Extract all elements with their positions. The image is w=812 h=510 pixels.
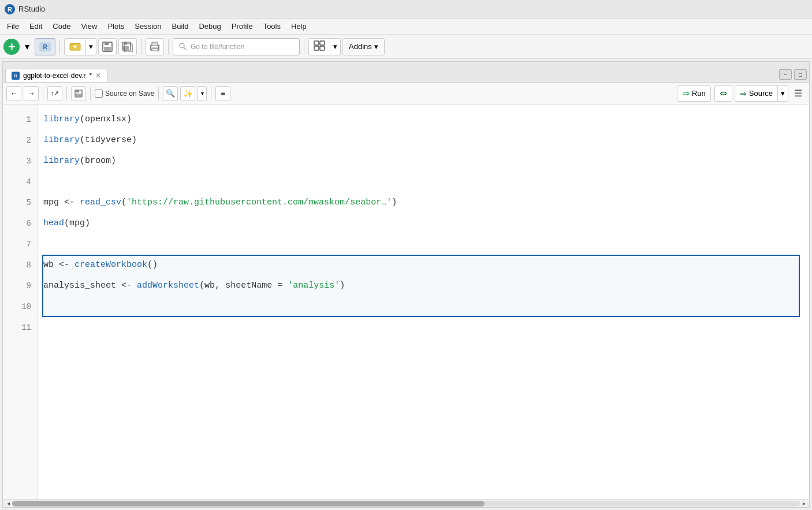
line-num-5: 5 xyxy=(3,192,37,213)
maximize-editor-button[interactable]: □ xyxy=(794,69,807,80)
svg-rect-20 xyxy=(320,46,325,50)
code-line-2[interactable]: library(tidyverse) xyxy=(38,130,809,151)
outline-button[interactable]: ≡ xyxy=(215,86,230,101)
source-button[interactable]: ⇒ Source ▾ xyxy=(735,85,788,102)
app-title: RStudio xyxy=(18,5,45,13)
source-dropdown-arrow[interactable]: ▾ xyxy=(777,86,788,101)
r-file-icon: R xyxy=(12,72,20,80)
editor-tab-active[interactable]: R ggplot-to-excel-dev.r * ✕ xyxy=(5,69,107,82)
code-line-10[interactable] xyxy=(38,296,809,317)
show-in-files-button[interactable]: ↑↗ xyxy=(47,86,62,101)
line-num-6: 6 xyxy=(3,213,37,234)
editor-container: R ggplot-to-excel-dev.r * ✕ − □ ← → ↑↗ S… xyxy=(2,61,810,508)
svg-rect-14 xyxy=(152,50,156,50)
title-bar: R RStudio xyxy=(0,0,812,18)
menu-debug[interactable]: Debug xyxy=(194,21,225,32)
svg-rect-12 xyxy=(152,48,158,51)
menu-file[interactable]: File xyxy=(2,21,24,32)
r-package-button[interactable]: R xyxy=(35,38,55,55)
layout-button[interactable]: ▾ xyxy=(308,38,341,55)
menu-code[interactable]: Code xyxy=(48,21,75,32)
rerun-button[interactable]: ⇔ xyxy=(714,85,732,102)
horizontal-scrollbar[interactable]: ◂ ▸ xyxy=(3,499,809,507)
save-button[interactable] xyxy=(98,38,117,55)
source-on-save-group: Source on Save xyxy=(95,90,154,98)
menu-session[interactable]: Session xyxy=(130,21,166,32)
hamburger-menu-button[interactable]: ☰ xyxy=(791,86,806,101)
et-sep-3 xyxy=(90,87,91,100)
et-sep-1 xyxy=(43,87,43,100)
forward-button[interactable]: → xyxy=(24,86,39,101)
line-num-2: 2 xyxy=(3,130,37,151)
source-on-save-label: Source on Save xyxy=(105,90,154,98)
open-file-button[interactable]: ▾ xyxy=(64,38,96,55)
et-sep-2 xyxy=(66,87,67,100)
svg-rect-11 xyxy=(152,42,158,46)
source-on-save-checkbox[interactable] xyxy=(95,90,103,98)
toolbar-sep-2 xyxy=(141,39,141,54)
back-button[interactable]: ← xyxy=(6,86,21,101)
addins-button[interactable]: Addins ▾ xyxy=(342,38,385,55)
magic-wand-dropdown[interactable]: ▾ xyxy=(198,86,207,101)
tab-controls: − □ xyxy=(779,69,807,82)
code-line-7[interactable] xyxy=(38,234,809,255)
menu-profile[interactable]: Profile xyxy=(227,21,258,32)
toolbar-sep-1 xyxy=(59,39,60,54)
svg-text:R: R xyxy=(43,44,47,50)
scroll-thumb[interactable] xyxy=(12,501,485,507)
scroll-right-button[interactable]: ▸ xyxy=(800,500,808,508)
menu-view[interactable]: View xyxy=(76,21,102,32)
svg-rect-17 xyxy=(314,41,319,45)
new-file-button[interactable]: ＋ xyxy=(3,39,20,55)
code-content[interactable]: library(openxlsx) library(tidyverse) lib… xyxy=(38,105,809,499)
line-num-10: 10 xyxy=(3,296,37,317)
menu-plots[interactable]: Plots xyxy=(103,21,129,32)
line-num-3: 3 xyxy=(3,151,37,172)
search-button[interactable]: 🔍 xyxy=(163,86,178,101)
svg-rect-23 xyxy=(76,94,81,96)
line-num-9: 9 xyxy=(3,276,37,296)
run-arrow-icon: ⇒ xyxy=(682,88,690,99)
code-line-3[interactable]: library(broom) xyxy=(38,151,809,172)
editor-toolbar: ← → ↑↗ Source on Save 🔍 ✨ ▾ ≡ ⇒ Run xyxy=(3,83,809,105)
run-button[interactable]: ⇒ Run xyxy=(677,85,711,102)
menu-tools[interactable]: Tools xyxy=(259,21,285,32)
save-editor-button[interactable] xyxy=(71,86,86,101)
tab-close-button[interactable]: ✕ xyxy=(95,72,101,80)
code-line-9[interactable]: analysis_sheet <- addWorksheet(wb, sheet… xyxy=(38,276,809,296)
print-button[interactable] xyxy=(146,38,164,55)
run-label: Run xyxy=(692,89,706,98)
main-toolbar: ＋ ▾ R ▾ xyxy=(0,35,812,59)
tab-filename: ggplot-to-excel-dev.r xyxy=(23,72,86,80)
line-num-8: 8 xyxy=(3,255,37,276)
code-line-6[interactable]: head(mpg) xyxy=(38,213,809,234)
tab-modified-indicator: * xyxy=(90,72,92,80)
code-editor[interactable]: 1 2 3 4 5 6 7 8 9 10 11 library(openxlsx… xyxy=(3,105,809,499)
app-icon: R xyxy=(5,4,15,14)
menu-bar: File Edit Code View Plots Session Build … xyxy=(0,18,812,35)
svg-rect-4 xyxy=(105,42,109,45)
code-line-11[interactable] xyxy=(38,317,809,338)
svg-rect-22 xyxy=(76,90,79,92)
svg-point-15 xyxy=(180,43,184,48)
code-line-4[interactable] xyxy=(38,172,809,192)
scroll-left-button[interactable]: ◂ xyxy=(4,500,12,508)
svg-rect-5 xyxy=(104,47,111,51)
save-all-button[interactable] xyxy=(118,38,137,55)
et-sep-4 xyxy=(158,87,159,100)
code-line-1[interactable]: library(openxlsx) xyxy=(38,109,809,130)
source-label: Source xyxy=(749,89,773,98)
svg-rect-19 xyxy=(314,46,319,50)
code-line-5[interactable]: mpg <- read_csv('https://raw.githubuserc… xyxy=(38,192,809,213)
magic-wand-button[interactable]: ✨ xyxy=(180,86,195,101)
menu-edit[interactable]: Edit xyxy=(25,21,47,32)
line-numbers: 1 2 3 4 5 6 7 8 9 10 11 xyxy=(3,105,38,499)
menu-help[interactable]: Help xyxy=(286,21,311,32)
line-num-1: 1 xyxy=(3,109,37,130)
new-file-dropdown-button[interactable]: ▾ xyxy=(21,38,33,55)
scroll-track[interactable] xyxy=(12,501,800,507)
menu-build[interactable]: Build xyxy=(167,21,193,32)
code-line-8[interactable]: wb <- createWorkbook() xyxy=(38,255,809,276)
minimize-editor-button[interactable]: − xyxy=(779,69,792,80)
go-to-file-input[interactable]: Go to file/function xyxy=(173,38,300,55)
